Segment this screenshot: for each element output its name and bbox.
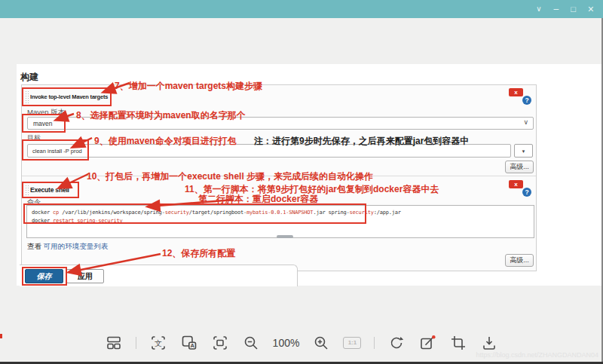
maximize-button[interactable]: □ (571, 5, 576, 14)
rotate-button[interactable] (387, 334, 406, 352)
annotation-12: 12、保存所有配置 (162, 247, 235, 260)
goals-label: 目标 (27, 133, 41, 143)
step1-delete-button[interactable]: x (509, 88, 523, 96)
zoom-in-button[interactable] (312, 334, 330, 352)
shell-command-textarea[interactable]: docker cp /var/lib/jenkins/workspace/spr… (26, 205, 534, 238)
minimize-button[interactable]: – (553, 5, 559, 14)
textarea-resize-handle[interactable] (277, 235, 293, 238)
layout-grid-button[interactable] (105, 334, 123, 352)
chevron-down-icon: ∨ (523, 118, 528, 126)
step2-help-icon[interactable]: ? (522, 188, 531, 197)
viewed-screenshot: 构建 Invoke top-level Maven targets x ? 7、… (17, 64, 603, 286)
fit-screen-button[interactable] (211, 334, 229, 352)
zoom-level-indicator[interactable]: 100% (273, 337, 300, 349)
env-variables-link[interactable]: 可用的环境变量列表 (44, 242, 109, 250)
translate-glyph: A (190, 342, 194, 349)
ocr-text-button[interactable]: 文 (149, 334, 167, 352)
toolbar-separator (136, 337, 136, 349)
save-button[interactable]: 保存 (25, 269, 63, 283)
goals-value: clean install -P prod (32, 148, 82, 154)
env-variables-row: 查看 可用的环境变量列表 (27, 242, 108, 252)
maven-version-value: maven (33, 120, 53, 127)
goals-dropdown-button[interactable]: ▼ (514, 144, 533, 158)
translate-image-button[interactable]: A (180, 334, 198, 352)
apply-button[interactable]: 应用 (66, 269, 104, 283)
close-button[interactable]: × (588, 4, 594, 14)
annotation-8: 8、选择配置环境时为maven取的名字那个 (76, 109, 246, 122)
chevron-down-icon[interactable]: ∨ (536, 5, 541, 13)
zoom-out-button[interactable] (242, 334, 260, 352)
ocr-glyph: 文 (155, 339, 162, 347)
step2-advanced-button[interactable]: 高级... (505, 254, 534, 267)
image-viewer-window: { "window": { "controls": ["chevron-down… (0, 0, 603, 364)
step2-delete-button[interactable]: x (509, 180, 523, 188)
one-to-one-button[interactable]: 1:1 (343, 337, 361, 349)
build-section-heading: 构建 (20, 71, 38, 84)
titlebar: ∨ – □ × (0, 0, 603, 18)
step1-help-icon[interactable]: ? (522, 96, 531, 105)
annotation-7: 7、增加一个maven targets构建步骤 (115, 80, 262, 93)
annotation-9: 9、使用maven命令对项目进行打包 (94, 135, 237, 148)
annotation-11-line2: 第二行脚本：重启docker容器 (198, 193, 318, 206)
annotation-9-note: 注：进行第9步时先保存，之后再来配置jar包到容器中 (254, 135, 469, 148)
annotation-10: 10、打包后，再增加一个execute shell 步骤，来完成后续的自动化操作 (87, 170, 373, 183)
csdn-watermark: https://blog.csdn.net/ZHANGDANDAN04 (476, 351, 598, 359)
crop-button[interactable] (449, 334, 467, 352)
artifact-red-speck (0, 334, 2, 338)
step1-advanced-button[interactable]: 高级... (505, 161, 534, 173)
edit-button[interactable] (418, 334, 436, 352)
shell-command-text: docker cp /var/lib/jenkins/workspace/spr… (32, 209, 529, 225)
toolbar-separator (374, 337, 375, 349)
download-button[interactable] (480, 334, 498, 352)
env-view-label: 查看 (27, 242, 41, 250)
